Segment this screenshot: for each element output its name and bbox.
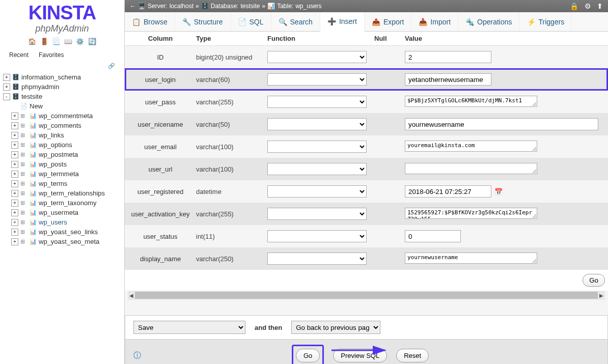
tree-item-wp-terms[interactable]: +⊞📊wp_terms bbox=[1, 179, 123, 188]
function-select-user_status[interactable] bbox=[267, 230, 367, 242]
tree-label: wp_commentmeta bbox=[39, 112, 93, 120]
tree-item-wp-postmeta[interactable]: +⊞📊wp_postmeta bbox=[1, 150, 123, 159]
value-input-user_email[interactable]: youremail@kinsta.com bbox=[405, 141, 537, 152]
tree-item-testsite[interactable]: -🗄️testsite bbox=[1, 92, 123, 101]
tab-favorites[interactable]: Favorites bbox=[34, 49, 69, 61]
tree-toggle-icon[interactable]: + bbox=[3, 83, 10, 91]
tree-item-information-schema[interactable]: +🗄️information_schema bbox=[1, 72, 123, 82]
tree-toggle-icon[interactable]: + bbox=[11, 161, 18, 168]
logout-icon[interactable]: 🚪 bbox=[40, 38, 48, 46]
tree-label: wp_comments bbox=[39, 122, 81, 129]
tab-operations[interactable]: 🔩Operations bbox=[458, 12, 519, 31]
value-input-user_login[interactable] bbox=[405, 73, 491, 86]
up-icon[interactable]: ⬆ bbox=[597, 2, 603, 10]
row-user_pass: user_passvarchar(255)$P$Bjz5XYTglGOLc6KM… bbox=[125, 91, 608, 113]
value-input-ID[interactable] bbox=[405, 51, 491, 63]
tree-toggle-icon[interactable]: + bbox=[11, 132, 18, 139]
tree-toggle-icon[interactable]: + bbox=[11, 113, 18, 120]
horizontal-scrollbar[interactable]: ◀ ▶ bbox=[128, 291, 605, 300]
function-select-user_activation_key[interactable] bbox=[267, 208, 367, 220]
function-select-ID[interactable] bbox=[267, 51, 367, 63]
function-select-user_email[interactable] bbox=[267, 141, 367, 153]
tab-import[interactable]: 📥Import bbox=[411, 12, 458, 31]
lock-icon[interactable]: 🔒 bbox=[570, 2, 578, 10]
tree-toggle-icon[interactable]: + bbox=[11, 142, 18, 149]
bc-server[interactable]: localhost bbox=[170, 3, 194, 10]
view-icon: ⊞ bbox=[20, 161, 27, 168]
tree-item-wp-termmeta[interactable]: +⊞📊wp_termmeta bbox=[1, 169, 123, 179]
tab-search[interactable]: 🔍Search bbox=[271, 12, 320, 31]
left-arrow-icon[interactable]: ← bbox=[130, 3, 136, 10]
tree-toggle-icon[interactable]: + bbox=[11, 151, 18, 158]
bc-db[interactable]: testsite bbox=[240, 3, 260, 10]
value-input-user_pass[interactable]: $P$Bjz5XYTglGOLc6KMBkUt/djMN.7kst1 bbox=[405, 96, 537, 107]
tree-item-wp-term-relationships[interactable]: +⊞📊wp_term_relationships bbox=[1, 188, 123, 198]
tree-item-wp-commentmeta[interactable]: +⊞📊wp_commentmeta bbox=[1, 111, 123, 121]
tab-structure[interactable]: 🔧Structure bbox=[175, 12, 231, 31]
tree-toggle-icon[interactable]: + bbox=[11, 238, 18, 245]
tree-toggle-icon[interactable]: + bbox=[11, 180, 18, 187]
function-select-user_url[interactable] bbox=[267, 163, 367, 175]
tree-toggle-icon[interactable]: + bbox=[3, 74, 10, 81]
calendar-icon[interactable]: 📅 bbox=[494, 188, 503, 196]
sql-icon[interactable]: 📃 bbox=[52, 38, 60, 46]
tree-item-wp-term-taxonomy[interactable]: +⊞📊wp_term_taxonomy bbox=[1, 198, 123, 208]
tree-toggle-icon[interactable]: + bbox=[11, 122, 18, 129]
go-button-top[interactable]: Go bbox=[583, 274, 605, 287]
value-input-display_name[interactable]: yournewusername bbox=[405, 253, 537, 264]
tab-triggers[interactable]: ⚡Triggers bbox=[520, 12, 572, 31]
function-select-user_pass[interactable] bbox=[267, 96, 367, 108]
tree-toggle-icon[interactable]: + bbox=[11, 229, 18, 236]
import-icon: 📥 bbox=[419, 18, 427, 26]
function-select-user_login[interactable] bbox=[267, 73, 367, 86]
function-select-user_nicename[interactable] bbox=[267, 118, 367, 130]
tree-item-wp-options[interactable]: +⊞📊wp_options bbox=[1, 140, 123, 150]
tree-toggle-icon[interactable]: - bbox=[3, 93, 10, 100]
tree-toggle-icon[interactable]: + bbox=[11, 200, 18, 207]
tree-item-phpmyadmin[interactable]: +🗄️phpmyadmin bbox=[1, 82, 123, 92]
tab-sql[interactable]: 📄SQL bbox=[231, 12, 271, 31]
view-icon: ⊞ bbox=[20, 190, 27, 197]
function-select-user_registered[interactable] bbox=[267, 185, 367, 198]
home-icon[interactable]: 🏠 bbox=[28, 38, 36, 46]
tree-item-wp-yoast-seo-links[interactable]: +⊞📊wp_yoast_seo_links bbox=[1, 227, 123, 237]
tree-item-New[interactable]: 📄New bbox=[1, 101, 123, 111]
db-tree: +🗄️information_schema+🗄️phpmyadmin-🗄️tes… bbox=[0, 70, 124, 248]
bc-table[interactable]: wp_users bbox=[295, 3, 321, 10]
tree-item-wp-yoast-seo-meta[interactable]: +⊞📊wp_yoast_seo_meta bbox=[1, 237, 123, 246]
col-type: varchar(50) bbox=[196, 121, 267, 128]
reset-button[interactable]: Reset bbox=[396, 349, 429, 362]
value-input-user_nicename[interactable] bbox=[405, 118, 598, 130]
tab-export[interactable]: 📤Export bbox=[365, 12, 411, 31]
value-input-user_registered[interactable] bbox=[405, 185, 491, 198]
info-icon[interactable]: ⓘ bbox=[133, 351, 141, 360]
tree-item-wp-users[interactable]: +⊞📊wp_users bbox=[1, 217, 123, 227]
go-button-bottom[interactable]: Go bbox=[296, 349, 320, 362]
reload-icon[interactable]: 🔄 bbox=[88, 38, 96, 46]
gear-icon[interactable]: ⚙ bbox=[585, 2, 591, 10]
scroll-left-icon[interactable]: ◀ bbox=[128, 291, 135, 300]
scroll-right-icon[interactable]: ▶ bbox=[598, 291, 605, 300]
function-select-display_name[interactable] bbox=[267, 253, 367, 265]
value-input-user_activation_key[interactable]: 1529565927:$P$BfKOVzr3g50kzCqi2s6IeprZ3O… bbox=[405, 208, 537, 219]
collapse-icon[interactable]: 🔗 bbox=[0, 62, 124, 70]
docs-icon[interactable]: 📖 bbox=[64, 38, 72, 46]
value-input-user_url[interactable] bbox=[405, 163, 537, 174]
tree-toggle-icon[interactable]: + bbox=[11, 190, 18, 197]
settings-icon[interactable]: ⚙️ bbox=[76, 38, 84, 46]
tree-item-wp-links[interactable]: +⊞📊wp_links bbox=[1, 130, 123, 140]
tab-insert[interactable]: ➕Insert bbox=[320, 12, 365, 32]
tree-item-wp-usermeta[interactable]: +⊞📊wp_usermeta bbox=[1, 208, 123, 217]
tree-toggle-icon[interactable]: + bbox=[11, 209, 18, 216]
scroll-thumb[interactable] bbox=[135, 292, 598, 299]
view-icon: ⊞ bbox=[20, 151, 27, 158]
tab-browse[interactable]: 📋Browse bbox=[125, 12, 175, 31]
after-action-select[interactable]: Go back to previous page bbox=[291, 321, 380, 334]
tree-item-wp-posts[interactable]: +⊞📊wp_posts bbox=[1, 159, 123, 169]
tree-item-wp-comments[interactable]: +⊞📊wp_comments bbox=[1, 121, 123, 130]
tree-toggle-icon[interactable]: + bbox=[11, 171, 18, 178]
tree-toggle-icon[interactable]: + bbox=[11, 219, 18, 226]
value-input-user_status[interactable] bbox=[405, 230, 461, 242]
tab-recent[interactable]: Recent bbox=[4, 49, 34, 61]
save-select[interactable]: Save bbox=[133, 321, 245, 334]
